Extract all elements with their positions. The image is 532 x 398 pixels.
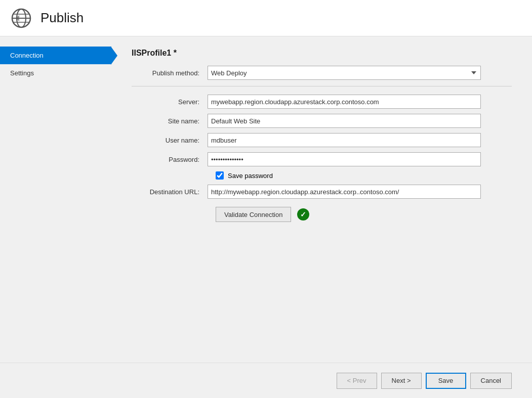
sidebar-item-settings[interactable]: Settings (0, 64, 111, 82)
publish-method-select[interactable]: Web Deploy Web Deploy Package FTP File S… (208, 66, 481, 80)
save-button[interactable]: Save (426, 373, 466, 389)
destination-url-input[interactable] (208, 185, 481, 199)
destination-url-row: Destination URL: (132, 185, 512, 199)
password-label: Password: (132, 156, 208, 163)
header: Publish (0, 0, 532, 36)
site-name-input[interactable] (208, 114, 481, 128)
site-name-label: Site name: (132, 117, 208, 125)
validate-connection-row: Validate Connection ✓ (132, 207, 512, 222)
password-input[interactable] (208, 152, 481, 166)
server-input[interactable] (208, 95, 481, 109)
destination-url-label: Destination URL: (132, 188, 208, 196)
user-name-row: User name: (132, 133, 512, 147)
save-password-row: Save password (132, 171, 512, 180)
main-container: Connection Settings IISProfile1 * Publis… (0, 36, 532, 398)
server-label: Server: (132, 98, 208, 106)
cancel-button[interactable]: Cancel (470, 373, 512, 389)
password-row: Password: (132, 152, 512, 166)
user-name-label: User name: (132, 137, 208, 144)
form-section: Publish method: Web Deploy Web Deploy Pa… (132, 66, 512, 222)
user-name-input[interactable] (208, 133, 481, 147)
server-row: Server: (132, 95, 512, 109)
checkmark-icon: ✓ (300, 210, 306, 218)
content-area: IISProfile1 * Publish method: Web Deploy… (111, 36, 532, 398)
publish-method-label: Publish method: (132, 69, 208, 77)
connection-success-icon: ✓ (297, 208, 309, 220)
site-name-row: Site name: (132, 114, 512, 128)
publish-method-row: Publish method: Web Deploy Web Deploy Pa… (132, 66, 512, 80)
next-button[interactable]: Next > (381, 373, 422, 389)
form-divider (132, 86, 512, 86)
page-title: Publish (40, 10, 84, 26)
validate-connection-button[interactable]: Validate Connection (216, 207, 291, 222)
sidebar: Connection Settings (0, 36, 111, 398)
sidebar-item-connection[interactable]: Connection (0, 47, 111, 64)
prev-button[interactable]: < Prev (337, 373, 377, 389)
save-password-label[interactable]: Save password (228, 172, 273, 180)
save-password-checkbox[interactable] (216, 171, 224, 180)
globe-icon (10, 7, 32, 29)
profile-title: IISProfile1 * (132, 49, 512, 58)
footer: < Prev Next > Save Cancel (0, 363, 532, 398)
